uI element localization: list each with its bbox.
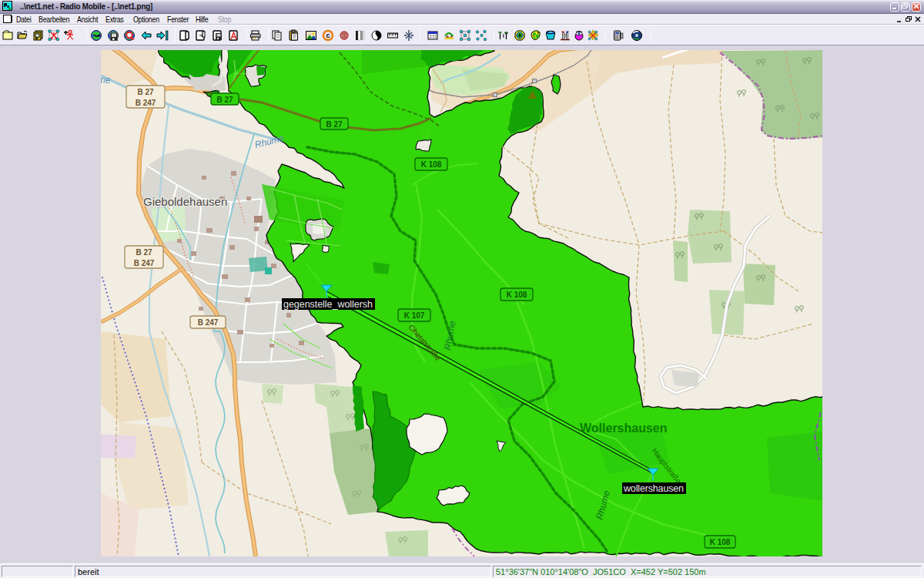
svg-text:B 247: B 247 bbox=[134, 259, 155, 267]
svg-text:gegenstelle_wollersh: gegenstelle_wollersh bbox=[283, 299, 373, 310]
svg-text:K 107: K 107 bbox=[404, 311, 425, 320]
svg-text:Gieboldehausen: Gieboldehausen bbox=[143, 195, 227, 208]
svg-text:B 27: B 27 bbox=[136, 248, 152, 257]
svg-text:K 108: K 108 bbox=[421, 160, 442, 169]
svg-text:ume: ume bbox=[101, 75, 111, 86]
svg-text:B 247: B 247 bbox=[136, 99, 156, 107]
svg-text:K 108: K 108 bbox=[710, 538, 731, 546]
svg-text:B 247: B 247 bbox=[198, 318, 219, 327]
svg-text:?: ? bbox=[564, 33, 567, 39]
svg-text:wollershausen: wollershausen bbox=[623, 483, 684, 494]
svg-text:K 108: K 108 bbox=[507, 291, 527, 299]
svg-text:B 27: B 27 bbox=[326, 120, 343, 129]
svg-text:B 27: B 27 bbox=[216, 96, 233, 104]
svg-text:c: c bbox=[326, 32, 330, 39]
svg-text:Wollershausen: Wollershausen bbox=[580, 422, 668, 435]
svg-text:B 27: B 27 bbox=[137, 88, 154, 96]
